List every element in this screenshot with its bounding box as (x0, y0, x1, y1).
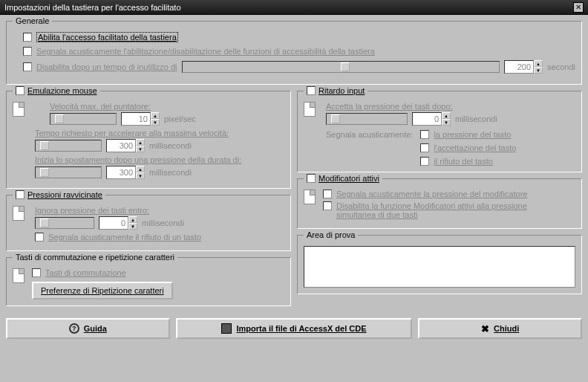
sticky-keys-checkbox[interactable] (307, 174, 316, 183)
beep-reject-label: Segnala acusticamente il rifiuto di un t… (48, 233, 201, 242)
beep-toggle-checkbox[interactable] (23, 47, 32, 56)
accel-time-label: Tempo richiesto per accelerare alla mass… (35, 129, 284, 137)
beep-reject2-checkbox[interactable] (420, 157, 429, 166)
beep-reject-checkbox[interactable] (35, 233, 44, 242)
repeat-preferences-button[interactable]: Preferenze di Ripetizione caratteri (32, 282, 173, 300)
window-body: Generale Abilita l'accesso facilitato de… (0, 15, 588, 345)
beep-on-label: Segnala acusticamente: (326, 130, 413, 166)
save-icon (221, 323, 232, 334)
ignore-press-slider[interactable] (35, 217, 94, 229)
toggle-keys-label: Tasti di commutazione (45, 268, 126, 277)
pressioni-group: Pressioni ravvicinate Ignora pressione d… (6, 195, 291, 251)
titlebar: Impostazioni della tastiera per l'access… (0, 0, 588, 15)
document-icon (13, 206, 24, 221)
document-icon (13, 102, 24, 117)
pointer-speed-spinner[interactable]: 10▲▼ (121, 112, 160, 126)
move-delay-spinner[interactable]: 300▲▼ (106, 166, 145, 179)
mouse-group: Emulazione mouse Velocità max. del punta… (6, 91, 291, 189)
disable-two-keys-checkbox[interactable] (323, 201, 332, 210)
pointer-speed-label: Velocità max. del puntatore: (50, 102, 284, 111)
accel-time-slider[interactable] (35, 140, 102, 152)
pointer-speed-slider[interactable] (50, 113, 117, 125)
help-icon: ? (69, 323, 79, 334)
ritardo-legend: Ritardo input (318, 86, 365, 95)
disable-two-keys-label: Disabilita la funzione Modificatori atti… (336, 201, 544, 219)
toggle-keys-checkbox[interactable] (32, 268, 41, 277)
ignore-press-label: Ignora pressione dei tasti entro: (35, 206, 284, 215)
help-button[interactable]: ? Guida (6, 318, 170, 339)
disable-after-label: Disabilita dopo un tempo di inutilizzo d… (36, 62, 177, 71)
enable-accessibility-label: Abilita l'accesso facilitato della tasti… (36, 32, 178, 42)
beep-modifier-label: Segnala acusticamente la pressione del m… (336, 190, 527, 198)
disable-after-checkbox[interactable] (23, 62, 32, 71)
slow-keys-checkbox[interactable] (307, 86, 316, 95)
mouse-emulation-checkbox[interactable] (16, 86, 24, 95)
beep-modifier-checkbox[interactable] (323, 190, 332, 198)
tasti-group: Tasti di commutazione e ripetizione cara… (6, 257, 291, 306)
window-title: Impostazioni della tastiera per l'access… (4, 3, 181, 12)
accept-after-spinner[interactable]: 0▲▼ (412, 112, 451, 126)
mouse-legend: Emulazione mouse (27, 86, 97, 95)
close-button[interactable]: ✖ Chiudi (418, 318, 582, 339)
accel-time-spinner[interactable]: 300▲▼ (106, 139, 145, 152)
enable-accessibility-checkbox[interactable] (23, 33, 32, 42)
area-group: Area di prova (297, 235, 582, 294)
close-x-icon: ✖ (481, 323, 489, 334)
move-delay-slider[interactable] (35, 166, 102, 178)
disable-after-slider[interactable] (182, 61, 500, 73)
seconds-label: secondi (547, 62, 575, 71)
generale-group: Generale Abilita l'accesso facilitato de… (6, 21, 582, 85)
import-button[interactable]: Importa il file di AccessX del CDE (176, 318, 413, 339)
accept-after-label: Accetta la pressione dei tasti dopo: (326, 102, 575, 111)
beep-press-checkbox[interactable] (420, 130, 429, 139)
modificatori-legend: Modificatori attivi (318, 174, 379, 183)
tasti-legend: Tasti di commutazione e ripetizione cara… (13, 253, 177, 262)
modificatori-group: Modificatori attivi Segnala acusticament… (297, 178, 582, 229)
bounce-keys-checkbox[interactable] (16, 190, 24, 199)
button-bar: ? Guida Importa il file di AccessX del C… (6, 318, 582, 339)
generale-legend: Generale (13, 16, 52, 25)
beep-toggle-label: Segnala acusticamente l'abilitazione/dis… (36, 47, 375, 56)
close-icon[interactable]: ✕ (573, 2, 584, 13)
beep-accept-checkbox[interactable] (420, 143, 429, 152)
accept-after-slider[interactable] (326, 113, 408, 125)
move-delay-label: Inizia lo spostamento dopo una pressione… (35, 155, 284, 164)
pressioni-legend: Pressioni ravvicinate (27, 190, 102, 199)
ignore-press-spinner[interactable]: 0▲▼ (99, 216, 137, 230)
document-icon (13, 268, 24, 283)
disable-after-spinner[interactable]: 200 ▲▼ (504, 60, 543, 74)
document-icon (304, 190, 316, 204)
test-area-input[interactable] (304, 246, 575, 288)
area-legend: Area di prova (304, 230, 358, 239)
ritardo-group: Ritardo input Accetta la pressione dei t… (297, 91, 582, 172)
document-icon (304, 102, 316, 117)
